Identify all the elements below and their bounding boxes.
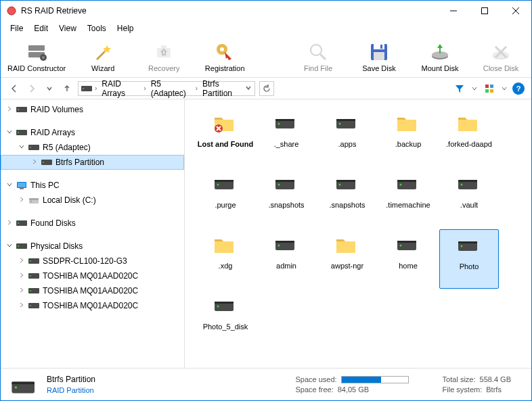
filter-dropdown[interactable] (472, 82, 477, 95)
tree-item[interactable]: Local Disk (C:) (1, 193, 184, 208)
tree-item[interactable]: This PC (1, 178, 184, 193)
tree-item[interactable]: SSDPR-CL100-120-G3 (1, 254, 184, 268)
disk-icon (272, 233, 301, 259)
disk-icon (16, 218, 28, 228)
file-label: Photo_5_disk (203, 323, 248, 331)
file-item[interactable]: Photo_5_disk (196, 290, 255, 350)
chevron-right-icon[interactable] (6, 219, 16, 227)
chevron-right-icon[interactable] (18, 272, 28, 280)
disk-icon (272, 172, 301, 198)
refresh-button[interactable] (259, 81, 274, 96)
help-button[interactable]: ? (512, 82, 525, 95)
tree-item[interactable]: RAID Arrays (1, 125, 184, 140)
file-item[interactable]: .apps (317, 108, 377, 167)
chevron-right-icon[interactable] (6, 105, 16, 114)
menu-tools[interactable]: Tools (82, 22, 112, 35)
disk-icon (28, 256, 40, 266)
nav-bar: › RAID Arrays › R5 (Adaptec) › Btrfs Par… (1, 78, 531, 99)
nav-forward-button[interactable] (25, 82, 39, 95)
menu-bar: File Edit View Tools Help (1, 21, 531, 36)
chevron-right-icon[interactable] (18, 287, 28, 295)
tree-item[interactable]: TOSHIBA MQ01AAD020C (1, 298, 184, 313)
file-item[interactable]: .snapshots (317, 168, 377, 228)
view-options-button[interactable] (483, 82, 496, 95)
tree-item[interactable]: Physical Disks (1, 239, 184, 254)
nav-up-button[interactable] (60, 82, 74, 95)
file-item[interactable]: .snapshots (257, 168, 316, 228)
breadcrumb-item[interactable]: RAID Arrays (99, 79, 141, 98)
close-button[interactable] (500, 1, 531, 21)
file-item[interactable]: .backup (378, 108, 438, 167)
nav-back-button[interactable] (7, 82, 21, 95)
filter-button[interactable] (453, 82, 466, 95)
status-bar: Btrfs Partition RAID Partition Space use… (1, 368, 531, 400)
file-item[interactable]: awpst-ngr (317, 229, 377, 289)
menu-help[interactable]: Help (112, 22, 139, 35)
toolbar-wizard-button[interactable]: Wizard (79, 41, 127, 72)
tree-item[interactable]: Found Disks (1, 216, 184, 231)
file-label: ._share (274, 140, 299, 149)
folder-icon (455, 112, 483, 137)
file-label: .backup (395, 140, 422, 149)
toolbar-label: Save Disk (362, 64, 396, 72)
breadcrumb-item[interactable]: R5 (Adaptec) (149, 79, 193, 98)
space-free-label: Space free: (295, 385, 333, 394)
file-grid[interactable]: Lost and Found._share.apps.backup.forked… (185, 99, 531, 368)
folder-icon (394, 112, 422, 137)
tree-item[interactable]: TOSHIBA MQ01AAD020C (1, 283, 184, 298)
toolbar-label: Recovery (148, 64, 179, 72)
find-icon (307, 41, 329, 63)
maximize-button[interactable] (469, 1, 500, 21)
breadcrumb-item[interactable]: Btrfs Partition (200, 79, 245, 98)
tree-item[interactable]: RAID Volumes (1, 102, 184, 117)
file-label: awpst-ngr (331, 262, 363, 270)
svg-point-12 (7, 7, 16, 15)
nav-history-dropdown[interactable] (43, 82, 56, 95)
file-item[interactable]: .forked-daapd (439, 108, 499, 167)
file-item[interactable]: .vault (439, 168, 499, 228)
toolbar-label: Mount Disk (421, 64, 458, 72)
chevron-down-icon[interactable] (6, 128, 16, 137)
menu-edit[interactable]: Edit (28, 22, 53, 35)
view-dropdown[interactable] (502, 82, 507, 95)
toolbar-savedisk-button[interactable]: Save Disk (355, 41, 403, 72)
file-item[interactable]: Lost and Found (196, 108, 255, 167)
file-item[interactable]: ._share (257, 108, 316, 167)
chevron-right-icon[interactable] (18, 257, 28, 265)
disk-icon (211, 172, 240, 198)
file-item[interactable]: .xdg (196, 229, 255, 289)
toolbar-registration-button[interactable]: Registration (201, 41, 248, 72)
minimize-button[interactable] (438, 1, 469, 21)
file-item[interactable]: admin (257, 229, 316, 289)
disk-icon (394, 233, 422, 259)
chevron-right-icon[interactable] (18, 302, 28, 310)
chevron-right-icon[interactable] (31, 158, 41, 166)
menu-view[interactable]: View (53, 22, 82, 35)
chevron-right-icon[interactable] (18, 196, 28, 204)
tree-label: TOSHIBA MQ01AAD020C (43, 286, 138, 296)
folder-icon (211, 233, 240, 259)
breadcrumb-dropdown[interactable] (245, 84, 252, 93)
chevron-down-icon[interactable] (6, 242, 16, 250)
breadcrumb[interactable]: › RAID Arrays › R5 (Adaptec) › Btrfs Par… (78, 81, 255, 96)
file-item[interactable]: .purge (196, 168, 255, 228)
chevron-down-icon[interactable] (18, 143, 28, 151)
file-label: admin (276, 262, 296, 270)
file-item[interactable]: Photo (439, 229, 499, 289)
file-item[interactable]: .timemachine (378, 168, 438, 228)
mountdisk-icon (429, 41, 451, 63)
tree-item[interactable]: Btrfs Partition (1, 155, 184, 170)
toolbar-raid-button[interactable]: RAID Constructor (7, 41, 66, 72)
disk-icon (41, 158, 53, 167)
window-title: RS RAID Retrieve (21, 6, 438, 16)
chevron-down-icon[interactable] (6, 181, 16, 189)
tree-panel[interactable]: RAID VolumesRAID ArraysR5 (Adaptec)Btrfs… (1, 99, 185, 368)
menu-file[interactable]: File (5, 22, 28, 35)
tree-item[interactable]: R5 (Adaptec) (1, 140, 184, 155)
file-item[interactable]: home (378, 229, 438, 289)
breadcrumb-root-icon (81, 85, 92, 93)
toolbar-mountdisk-button[interactable]: Mount Disk (416, 41, 464, 72)
disk-icon (16, 241, 28, 251)
app-icon (6, 5, 17, 16)
tree-item[interactable]: TOSHIBA MQ01AAD020C (1, 268, 184, 283)
